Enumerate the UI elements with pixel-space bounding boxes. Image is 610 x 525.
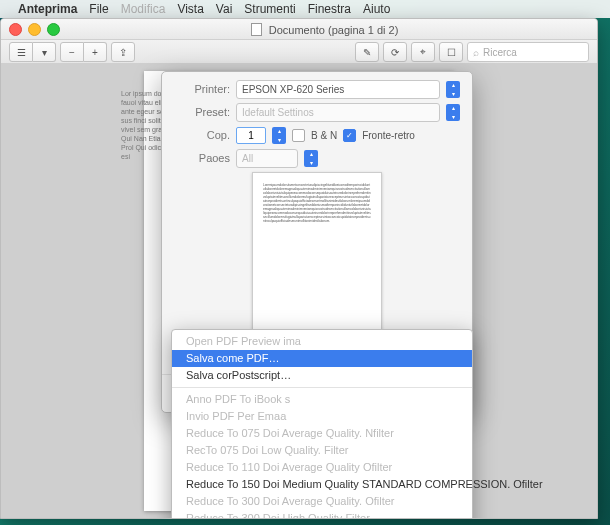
markup-button[interactable]: ⌖ — [411, 42, 435, 62]
share-button[interactable]: ⇪ — [111, 42, 135, 62]
pages-arrows-icon[interactable]: ▴▾ — [304, 150, 318, 167]
bn-checkbox[interactable] — [292, 129, 305, 142]
print-preview: Loremipsumdolorsitametconsecteturadipisc… — [252, 172, 382, 342]
highlight-button[interactable]: ✎ — [355, 42, 379, 62]
rotate-button[interactable]: ⟳ — [383, 42, 407, 62]
pages-select[interactable]: All — [236, 149, 298, 168]
pdf-menu-item: Anno PDF To iBook s — [172, 391, 472, 408]
markup-toolbar-button[interactable]: ☐ — [439, 42, 463, 62]
pages-label: Paoes — [174, 152, 230, 164]
copies-stepper[interactable]: ▴▾ — [272, 127, 286, 144]
pdf-menu-item[interactable]: Salva come PDF… — [172, 350, 472, 367]
pdf-menu-item: Reduce To 300 Doi Average Quality. Ofilt… — [172, 493, 472, 510]
copies-label: Cop. — [174, 129, 230, 141]
menu-view[interactable]: Vista — [177, 2, 203, 16]
menu-window[interactable]: Finestra — [308, 2, 351, 16]
bn-label: B & N — [311, 130, 337, 141]
printer-arrows-icon[interactable]: ▴▾ — [446, 81, 460, 98]
pdf-menu-item: Open PDF Preview ima — [172, 333, 472, 350]
search-placeholder: Ricerca — [483, 47, 517, 58]
view-mode-button[interactable]: ▾ — [33, 42, 56, 62]
printer-label: Printer: — [174, 83, 230, 95]
window-title-text: Documento (pagina 1 di 2) — [269, 24, 399, 36]
menu-edit[interactable]: Modifica — [121, 2, 166, 16]
preset-select[interactable]: Idefault Settinos — [236, 103, 440, 122]
app-window: Documento (pagina 1 di 2) ☰ ▾ − + ⇪ ✎ ⟳ … — [0, 18, 598, 519]
minimize-window-button[interactable] — [28, 23, 41, 36]
menu-help[interactable]: Aiuto — [363, 2, 390, 16]
toolbar: ☰ ▾ − + ⇪ ✎ ⟳ ⌖ ☐ ⌕ Ricerca — [1, 40, 597, 65]
pdf-menu-item: RecTo 075 Doi Low Quality. Filter — [172, 442, 472, 459]
titlebar: Documento (pagina 1 di 2) — [1, 19, 597, 40]
preset-arrows-icon[interactable]: ▴▾ — [446, 104, 460, 121]
copies-field[interactable]: 1 — [236, 127, 266, 144]
zoom-out-button[interactable]: − — [60, 42, 84, 62]
pdf-menu-item: Reduce To 110 Doi Average Quality Ofilte… — [172, 459, 472, 476]
pdf-dropdown-menu: Open PDF Preview imaSalva come PDF…Salva… — [171, 329, 473, 519]
search-icon: ⌕ — [473, 47, 479, 58]
app-menu[interactable]: Anteprima — [18, 2, 77, 16]
fronte-retro-checkbox[interactable]: ✓ — [343, 129, 356, 142]
menubar: Anteprima File Modifica Vista Vai Strume… — [0, 0, 610, 18]
fronte-retro-label: Fronte-retro — [362, 130, 415, 141]
menu-tools[interactable]: Strumenti — [244, 2, 295, 16]
menu-go[interactable]: Vai — [216, 2, 232, 16]
zoom-in-button[interactable]: + — [84, 42, 107, 62]
pdf-menu-item: Reduce To 300 Doi High Quality Filter — [172, 510, 472, 519]
document-icon — [251, 23, 262, 36]
pdf-menu-item: Invio PDF Per Emaa — [172, 408, 472, 425]
preset-label: Preset: — [174, 106, 230, 118]
sidebar-toggle-button[interactable]: ☰ — [9, 42, 33, 62]
printer-select[interactable]: EPSON XP-620 Series — [236, 80, 440, 99]
pdf-menu-item: Reduce To 075 Doi Average Quality. Nfilt… — [172, 425, 472, 442]
window-title: Documento (pagina 1 di 2) — [60, 23, 589, 36]
zoom-window-button[interactable] — [47, 23, 60, 36]
search-field[interactable]: ⌕ Ricerca — [467, 42, 589, 62]
pdf-menu-item[interactable]: Reduce To 150 Doi Medium Quality STANDAR… — [172, 476, 472, 493]
close-window-button[interactable] — [9, 23, 22, 36]
menu-file[interactable]: File — [89, 2, 108, 16]
pdf-menu-item[interactable]: Salva corPostscript… — [172, 367, 472, 384]
